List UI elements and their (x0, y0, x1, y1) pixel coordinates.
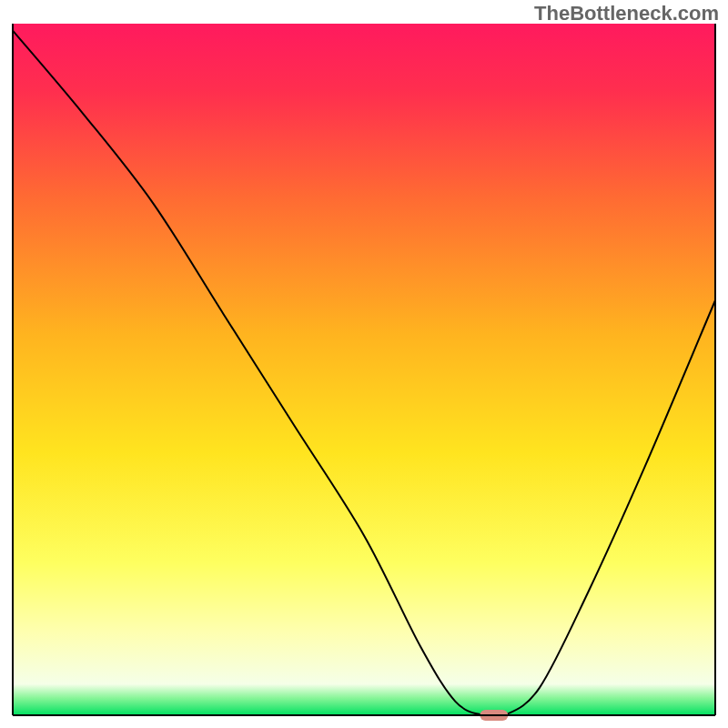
chart-background (13, 24, 715, 715)
bottleneck-chart (0, 0, 728, 728)
chart-container: TheBottleneck.com (0, 0, 728, 728)
watermark-text: TheBottleneck.com (534, 2, 719, 25)
